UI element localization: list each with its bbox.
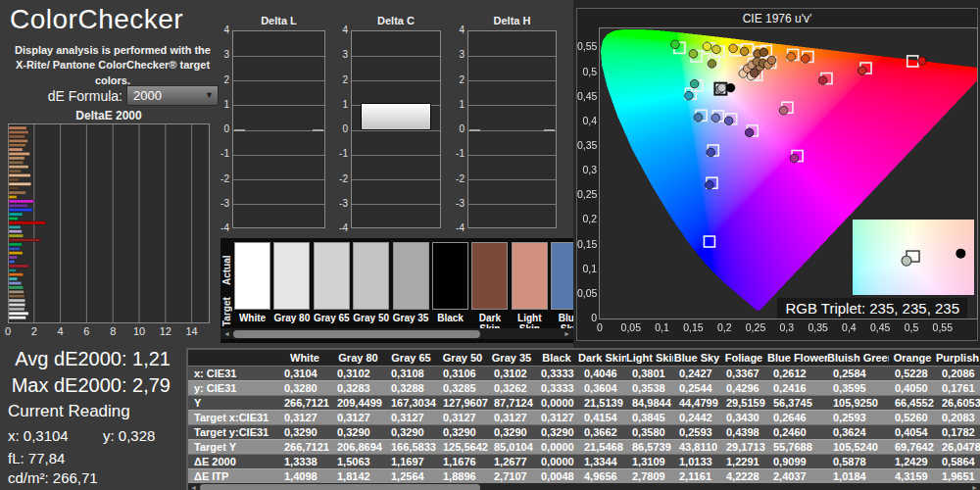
scroll-left-icon[interactable]: ◄ (223, 329, 230, 339)
table-row[interactable]: Y266,7121209,4499167,3034127,960787,7124… (188, 395, 980, 410)
delta-y-tick: -1 (443, 148, 465, 159)
colorchecker-app: ColorChecker Display analysis is perform… (0, 0, 980, 490)
scroll-thumb[interactable] (200, 484, 480, 490)
scroll-right-icon[interactable]: ► (971, 483, 978, 490)
table-cell: 1,4098 (278, 468, 331, 483)
measured-point (729, 44, 738, 53)
delta-y-tick: -2 (208, 173, 229, 184)
delta-y-tick: -3 (443, 198, 465, 209)
measured-point (711, 114, 720, 122)
deltae-x-tick: 10 (130, 325, 148, 337)
table-cell: 1,8142 (331, 468, 385, 483)
table-cell: 4,2228 (720, 468, 767, 483)
measured-point (767, 56, 776, 65)
table-cell: 2,1161 (673, 468, 720, 483)
deltae-bar (9, 209, 32, 212)
table-cell: 0,3283 (331, 380, 385, 395)
table-row[interactable]: Target y:CIE310,32900,32900,32900,32900,… (188, 424, 980, 439)
deltae-bar (9, 144, 25, 147)
table-cell: 0,3595 (827, 380, 889, 395)
inset-measured-point (902, 256, 911, 266)
deltae-bar (9, 187, 19, 190)
delta-y-tick: 1 (443, 99, 465, 110)
table-row[interactable]: ΔE ITP1,40981,81421,25641,88962,71070,00… (188, 468, 980, 483)
cie-x-tick: 0,5 (898, 321, 925, 333)
delta-chart-title: Delta H (467, 15, 557, 26)
table-cell: 4,9656 (578, 468, 626, 483)
measured-point (712, 45, 721, 54)
table-cell: 0,3108 (385, 366, 437, 380)
table-cell: 0,3127 (535, 410, 578, 424)
delta-y-tick: -2 (443, 173, 465, 184)
table-cell: 0,3367 (720, 366, 767, 380)
table-cell: 0,3290 (385, 424, 437, 439)
table-cell: 0,3333 (535, 366, 578, 380)
table-cell: 0,5228 (889, 366, 936, 380)
delta-gridline (468, 204, 556, 205)
de-formula-dropdown[interactable]: 2000 ▼ (126, 85, 219, 106)
delta-chart-title: Delta C (351, 15, 441, 26)
target-square (704, 236, 714, 247)
cie-x-tick: 0,45 (866, 321, 894, 333)
table-row[interactable]: ΔE 20001,33381,50631,16971,16761,26770,0… (188, 454, 980, 468)
swatch-light-skin (512, 242, 548, 310)
table-cell: 1,3338 (278, 454, 331, 468)
table-cell: 1,1697 (385, 454, 437, 468)
deltae-bar (9, 238, 40, 241)
delta-y-tick: 0 (326, 123, 348, 134)
table-cell: 1,2429 (889, 454, 936, 468)
table-cell: 0,2083 (936, 410, 980, 424)
table-cell: 0,4296 (720, 380, 767, 395)
table-cell: 21,5139 (578, 395, 626, 410)
delta-gridline (233, 80, 324, 81)
current-cdm2-value: cd/m²: 266,71 (8, 469, 98, 486)
table-cell: 66,4552 (889, 395, 936, 410)
scroll-right-icon[interactable]: ► (564, 329, 570, 339)
table-cell: 55,7688 (767, 439, 827, 454)
deltae-bar (9, 148, 23, 151)
table-cell: 0,0048 (535, 468, 578, 483)
column-header: Bluish Green (827, 350, 889, 366)
delta-gridline (352, 179, 440, 180)
table-cell: 1,8896 (437, 468, 488, 483)
table-cell: 29,1713 (720, 439, 767, 454)
table-cell: 1,1676 (437, 454, 488, 468)
delta-y-tick: 3 (208, 49, 229, 60)
deltae-bar (9, 195, 17, 198)
table-cell: 0,2442 (673, 410, 720, 424)
deltae-bar (9, 256, 18, 259)
deltae-bar (9, 243, 22, 246)
table-row[interactable]: Target Y266,7121206,8694166,5833125,5642… (188, 439, 980, 454)
delta-chart-delta-c (351, 30, 441, 228)
table-row[interactable]: Target x:CIE310,31270,31270,31270,31270,… (188, 410, 980, 424)
table-row[interactable]: x: CIE310,31040,31020,31080,31060,31020,… (188, 366, 980, 380)
table-cell: 29,5159 (720, 395, 767, 410)
table-cell: 0,5864 (936, 454, 980, 468)
table-cell: 86,5739 (626, 439, 673, 454)
deltae-x-tick: 14 (183, 325, 201, 337)
delta-gridline (233, 130, 324, 131)
table-cell: 87,7124 (488, 395, 535, 410)
swatch-gray-35 (393, 242, 429, 310)
table-cell: 1,2564 (385, 468, 437, 483)
delta-gridline (352, 204, 440, 205)
table-row[interactable]: y: CIE310,32800,32830,32880,32850,32620,… (188, 380, 980, 395)
cie-inset-markers (853, 220, 974, 295)
table-cell: 0,9099 (767, 454, 827, 468)
table-cell: 0,3801 (626, 366, 673, 380)
swatch-label: Gray 65 (314, 313, 350, 323)
swatch-dark-skin (471, 242, 508, 310)
scroll-left-icon[interactable]: ◄ (190, 483, 197, 490)
swatch-scrollbar[interactable]: ◄► (220, 328, 573, 339)
deltae-bar (9, 182, 31, 185)
table-scrollbar[interactable]: ◄► (188, 483, 980, 490)
deltae-bar (9, 157, 24, 160)
scroll-thumb[interactable] (233, 330, 480, 338)
row-header: x: CIE31 (188, 366, 278, 380)
current-fl-value: fL: 77,84 (8, 450, 65, 466)
delta-y-tick: 1 (326, 99, 348, 110)
swatch-black (432, 242, 468, 310)
cie-x-tick: 0,2 (710, 321, 738, 333)
max-de2000-value: Max dE2000: 2,79 (0, 374, 171, 397)
table-cell: 1,3344 (578, 454, 626, 468)
